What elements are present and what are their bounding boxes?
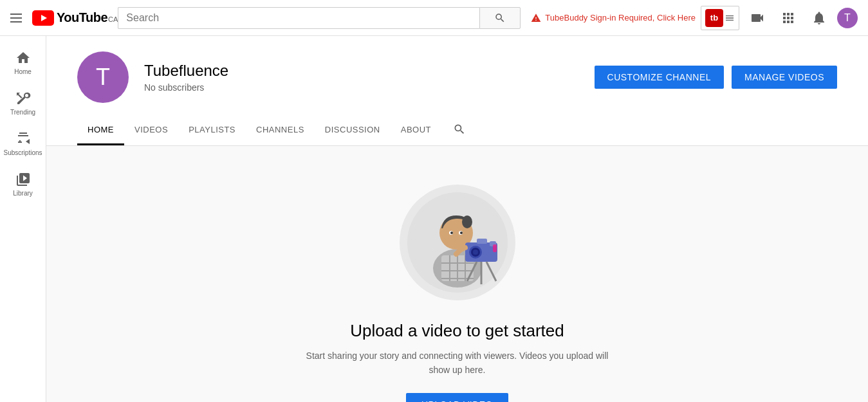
subscriptions-icon	[15, 131, 31, 147]
upload-video-button[interactable]: UPLOAD VIDEO	[406, 393, 508, 402]
sidebar-item-library-label: Library	[13, 190, 33, 197]
apps-icon	[780, 10, 796, 26]
search-icon	[453, 123, 466, 136]
navbar: YouTubeCA TubeBuddy Sign-in Required, Cl…	[0, 0, 868, 36]
channel-info-left: T Tubefluence No subscribers	[77, 51, 228, 103]
tab-playlists[interactable]: PLAYLISTS	[178, 116, 246, 145]
main-content: T Tubefluence No subscribers CUSTOMIZE C…	[46, 36, 868, 402]
channel-search-icon[interactable]	[447, 116, 472, 145]
tab-videos[interactable]: VIDEOS	[124, 116, 178, 145]
search-input[interactable]	[118, 7, 479, 29]
sidebar-item-subscriptions[interactable]: Subscriptions	[0, 122, 46, 163]
upload-description: Start sharing your story and connecting …	[303, 349, 612, 378]
tab-channels[interactable]: CHANNELS	[246, 116, 315, 145]
tubebuddy-tb-icon: tb	[705, 9, 723, 27]
svg-rect-21	[477, 239, 487, 244]
upload-illustration	[400, 185, 515, 300]
channel-details: Tubefluence No subscribers	[144, 62, 228, 93]
sidebar-item-home-label: Home	[14, 68, 32, 75]
svg-point-16	[460, 232, 463, 234]
warning-icon	[531, 13, 541, 23]
tab-about[interactable]: ABOUT	[391, 116, 441, 145]
user-avatar-button[interactable]: T	[837, 8, 858, 28]
channel-subscribers: No subscribers	[144, 82, 228, 93]
tab-discussion[interactable]: DISCUSSION	[315, 116, 391, 145]
tubebuddy-button[interactable]: tb	[701, 6, 739, 30]
svg-point-12	[462, 215, 472, 228]
customize-channel-button[interactable]: CUSTOMIZE CHANNEL	[595, 66, 724, 89]
sidebar: Home Trending Subscriptions Library	[0, 36, 46, 402]
sidebar-item-trending-label: Trending	[10, 109, 35, 116]
trending-icon	[15, 91, 31, 106]
content-area: Upload a video to get started Start shar…	[46, 146, 868, 402]
search-icon	[494, 12, 506, 24]
channel-header: T Tubefluence No subscribers CUSTOMIZE C…	[46, 36, 868, 146]
apps-grid-button[interactable]	[775, 5, 801, 31]
user-avatar-letter: T	[844, 12, 851, 24]
channel-avatar-letter: T	[96, 64, 110, 91]
library-icon	[15, 172, 31, 187]
upload-title: Upload a video to get started	[350, 321, 564, 341]
svg-point-15	[450, 232, 453, 234]
sidebar-item-subscriptions-label: Subscriptions	[3, 149, 42, 156]
video-camera-icon	[750, 10, 765, 26]
hamburger-menu-icon[interactable]	[10, 14, 22, 23]
sidebar-item-home[interactable]: Home	[0, 41, 46, 82]
channel-tabs: HOME VIDEOS PLAYLISTS CHANNELS DISCUSSIO…	[77, 116, 837, 145]
channel-actions: CUSTOMIZE CHANNEL MANAGE VIDEOS	[595, 66, 837, 89]
bell-icon	[811, 10, 827, 26]
create-video-button[interactable]	[744, 5, 770, 31]
tubebuddy-menu-icon	[725, 13, 735, 23]
navbar-right: TubeBuddy Sign-in Required, Click Here t…	[531, 5, 858, 31]
youtube-region: CA	[108, 15, 118, 23]
channel-name: Tubefluence	[144, 62, 228, 80]
sidebar-item-library[interactable]: Library	[0, 163, 46, 203]
tubebuddy-alert-text: TubeBuddy Sign-in Required, Click Here	[545, 13, 696, 23]
tab-home[interactable]: HOME	[77, 116, 124, 145]
search-form	[118, 7, 521, 29]
youtube-logo-text: YouTube	[57, 10, 107, 24]
home-icon	[15, 50, 31, 66]
youtube-logo[interactable]: YouTubeCA	[32, 10, 118, 26]
channel-avatar: T	[77, 51, 129, 103]
sidebar-item-trending[interactable]: Trending	[0, 82, 46, 122]
svg-point-20	[473, 250, 478, 255]
camera-person-illustration	[406, 191, 509, 294]
tubebuddy-alert[interactable]: TubeBuddy Sign-in Required, Click Here	[531, 13, 696, 23]
svg-rect-26	[493, 244, 497, 252]
channel-info-row: T Tubefluence No subscribers CUSTOMIZE C…	[77, 51, 837, 103]
manage-videos-button[interactable]: MANAGE VIDEOS	[732, 66, 837, 89]
notifications-button[interactable]	[806, 5, 832, 31]
search-button[interactable]	[479, 7, 521, 29]
